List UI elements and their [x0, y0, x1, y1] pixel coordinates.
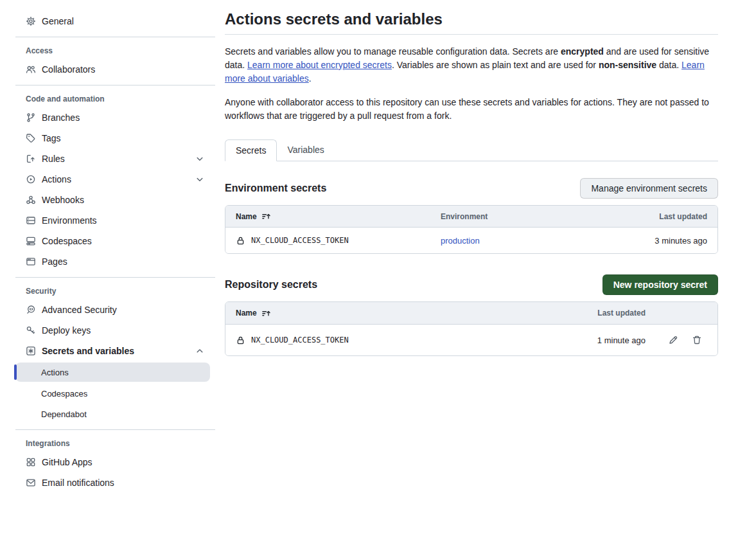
lock-icon	[236, 336, 245, 345]
sidebar-item-label: Webhooks	[42, 195, 84, 205]
sidebar-item-general[interactable]: General	[0, 11, 215, 31]
pencil-icon	[668, 335, 678, 345]
sidebar-divider	[15, 37, 215, 37]
intro-bold-encrypted: encrypted	[561, 46, 604, 57]
sidebar-item-label: Pages	[42, 256, 67, 267]
sidebar-item-branches[interactable]: Branches	[0, 107, 215, 128]
sidebar-item-label: Actions	[42, 174, 71, 184]
environment-link-production[interactable]: production	[441, 236, 572, 246]
play-circle-icon	[26, 174, 36, 184]
mail-icon	[26, 478, 36, 488]
settings-sidebar: General Access Collaborators Code and au…	[0, 0, 215, 538]
sidebar-divider	[15, 277, 215, 278]
column-header-last-updated: Last updated	[597, 309, 646, 318]
gear-icon	[26, 16, 36, 26]
column-header-name[interactable]: Name	[236, 211, 441, 221]
sidebar-item-codespaces[interactable]: Codespaces	[0, 231, 215, 251]
sidebar-subitem-label: Dependabot	[41, 409, 87, 419]
sidebar-item-secrets-and-variables[interactable]: Secrets and variables	[0, 341, 215, 361]
key-icon	[26, 325, 36, 336]
sidebar-item-label: GitHub Apps	[42, 457, 92, 467]
sort-ascending-icon	[261, 309, 271, 318]
secret-name: NX_CLOUD_ACCESS_TOKEN	[251, 236, 349, 245]
sidebar-item-rules[interactable]: Rules	[0, 148, 215, 169]
chevron-down-icon	[195, 154, 205, 164]
sidebar-subitem-codespaces[interactable]: Codespaces	[0, 383, 215, 404]
column-header-environment: Environment	[441, 212, 572, 221]
sidebar-item-email-notifications[interactable]: Email notifications	[0, 472, 215, 493]
manage-environment-secrets-button[interactable]: Manage environment secrets	[580, 178, 718, 199]
sidebar-section-integrations: Integrations	[0, 435, 215, 452]
secret-name-cell: NX_CLOUD_ACCESS_TOKEN	[236, 336, 511, 345]
sidebar-subitem-label: Codespaces	[41, 389, 87, 399]
tab-variables[interactable]: Variables	[277, 139, 334, 161]
sidebar-item-pages[interactable]: Pages	[0, 251, 215, 272]
codespaces-icon	[26, 236, 36, 246]
column-label: Name	[236, 309, 257, 318]
sidebar-item-label: Collaborators	[42, 64, 95, 75]
repository-secret-row: NX_CLOUD_ACCESS_TOKEN 1 minute ago	[225, 325, 717, 355]
intro-text: data.	[656, 60, 681, 70]
secret-name-cell: NX_CLOUD_ACCESS_TOKEN	[236, 236, 441, 246]
edit-secret-button[interactable]	[668, 335, 678, 345]
sidebar-item-label: Branches	[42, 112, 80, 123]
main-content: Actions secrets and variables Secrets an…	[225, 0, 718, 538]
settings-page: General Access Collaborators Code and au…	[0, 0, 756, 538]
webhook-icon	[26, 195, 36, 205]
sidebar-item-advanced-security[interactable]: Advanced Security	[0, 300, 215, 320]
environment-secrets-header: Environment secrets Manage environment s…	[225, 178, 718, 199]
environment-secrets-table: Name Environment Last updated NX_CLOUD_A…	[225, 205, 718, 254]
browser-icon	[26, 256, 36, 267]
repository-secrets-header: Repository secrets New repository secret	[225, 274, 718, 295]
active-indicator-bar	[14, 364, 17, 380]
sidebar-item-label: Tags	[42, 133, 61, 143]
intro-bold-non-sensitive: non-sensitive	[599, 60, 656, 70]
sidebar-item-deploy-keys[interactable]: Deploy keys	[0, 320, 215, 341]
row-actions	[646, 335, 707, 345]
new-repository-secret-button[interactable]: New repository secret	[602, 274, 718, 295]
sidebar-item-label: Deploy keys	[42, 325, 91, 336]
sidebar-item-collaborators[interactable]: Collaborators	[0, 59, 215, 80]
secrets-variables-tabnav: Secrets Variables	[225, 139, 718, 161]
rules-icon	[26, 154, 36, 164]
sidebar-item-environments[interactable]: Environments	[0, 210, 215, 231]
sidebar-subitem-actions-active[interactable]: Actions	[15, 363, 210, 382]
sidebar-divider	[15, 85, 215, 85]
column-label: Name	[236, 212, 257, 221]
repository-secrets-table-header: Name Last updated	[225, 302, 717, 325]
chevron-down-icon	[195, 174, 205, 184]
apps-grid-icon	[26, 457, 36, 467]
sidebar-item-webhooks[interactable]: Webhooks	[0, 190, 215, 210]
asterisk-box-icon	[26, 346, 36, 356]
people-icon	[26, 64, 36, 75]
sort-ascending-icon	[261, 211, 271, 221]
sidebar-subitem-dependabot[interactable]: Dependabot	[0, 404, 215, 424]
sidebar-item-label: Secrets and variables	[42, 346, 134, 356]
server-icon	[26, 215, 36, 226]
intro-text: .	[309, 73, 312, 84]
tab-secrets[interactable]: Secrets	[225, 139, 277, 161]
learn-more-encrypted-secrets-link[interactable]: Learn more about encrypted secrets	[247, 60, 392, 70]
sidebar-item-label: Codespaces	[42, 236, 92, 246]
environment-secret-row: NX_CLOUD_ACCESS_TOKEN production 3 minut…	[225, 228, 717, 253]
repository-secrets-heading: Repository secrets	[225, 279, 317, 291]
delete-secret-button[interactable]	[692, 335, 702, 345]
sidebar-item-actions[interactable]: Actions	[0, 169, 215, 190]
page-title: Actions secrets and variables	[225, 10, 718, 35]
last-updated-value: 3 minutes ago	[655, 236, 707, 246]
sidebar-item-github-apps[interactable]: GitHub Apps	[0, 452, 215, 472]
trash-icon	[692, 335, 702, 345]
repository-secrets-table: Name Last updated NX_CLOUD_ACCESS_TOKEN	[225, 301, 718, 356]
sidebar-subitem-label: Actions	[41, 368, 69, 377]
environment-secrets-heading: Environment secrets	[225, 183, 326, 194]
chevron-up-icon	[195, 346, 205, 356]
sidebar-item-tags[interactable]: Tags	[0, 128, 215, 148]
sidebar-item-label: Environments	[42, 215, 97, 226]
intro-text: . Variables are shown as plain text and …	[392, 60, 599, 70]
sidebar-divider	[15, 429, 215, 430]
tag-icon	[26, 133, 36, 143]
sidebar-item-label: Rules	[42, 154, 65, 164]
column-header-name[interactable]: Name	[236, 309, 511, 318]
collaborator-access-paragraph: Anyone with collaborator access to this …	[225, 96, 718, 123]
sidebar-item-label: Email notifications	[42, 478, 114, 488]
